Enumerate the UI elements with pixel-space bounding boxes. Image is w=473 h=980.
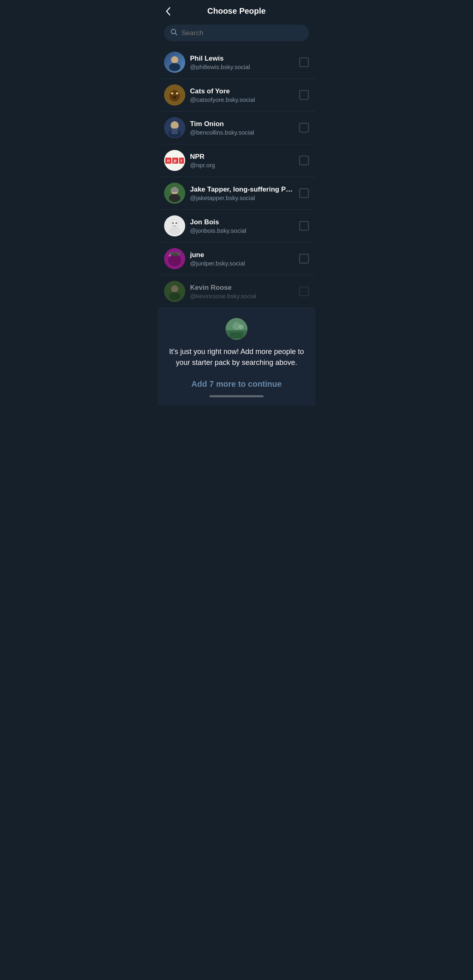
svg-line-1 [175,33,177,35]
person-info: Cats of Yore @catsofyore.bsky.social [190,87,294,103]
list-item[interactable]: Jake Tapper, long-suffering Phill... @ja… [158,177,315,210]
avatar [164,281,185,302]
bottom-panel: It's just you right now! Add more people… [158,308,315,405]
svg-point-28 [169,254,171,257]
svg-point-18 [171,188,179,192]
avatar [164,117,185,138]
svg-rect-14 [171,129,178,134]
page-title: Choose People [207,6,266,16]
svg-point-22 [172,222,174,224]
svg-point-12 [171,121,179,129]
header: Choose People [158,0,315,21]
current-user-avatar [226,318,247,340]
svg-point-10 [173,96,177,99]
person-handle: @bencollins.bsky.social [190,129,294,136]
person-info: Jake Tapper, long-suffering Phill... @ja… [190,185,294,201]
select-checkbox[interactable] [299,188,309,198]
avatar [164,248,185,269]
select-checkbox[interactable] [299,123,309,133]
avatar [164,52,185,73]
svg-point-9 [176,93,178,95]
list-item[interactable]: Tim Onion @bencollins.bsky.social [158,112,315,144]
svg-point-23 [175,222,177,224]
svg-point-21 [169,227,180,235]
select-checkbox[interactable] [299,287,309,296]
select-checkbox[interactable] [299,254,309,263]
home-indicator [209,395,264,397]
person-handle: @npr.org [190,162,294,169]
avatar: n p r [164,150,185,171]
person-name: NPR [190,153,294,161]
search-input[interactable] [182,29,302,37]
list-item[interactable]: Phil Lewis @phillewis.bsky.social [158,46,315,79]
back-button[interactable] [166,7,171,16]
list-item[interactable]: Kevin Roose @kevinroose.bsky.social [158,275,315,308]
select-checkbox[interactable] [299,57,309,67]
avatar [164,84,185,105]
search-icon [171,29,177,37]
person-info: Jon Bois @jonbois.bsky.social [190,218,294,234]
person-handle: @phillewis.bsky.social [190,63,294,70]
search-container [158,21,315,46]
list-item[interactable]: Cats of Yore @catsofyore.bsky.social [158,79,315,112]
person-name: Jake Tapper, long-suffering Phill... [190,185,294,194]
person-handle: @catsofyore.bsky.social [190,96,294,103]
list-item[interactable]: n p r NPR @npr.org [158,144,315,177]
svg-point-7 [169,90,180,101]
svg-point-4 [171,56,178,63]
svg-point-31 [169,292,180,300]
person-name: Tim Onion [190,120,294,128]
select-checkbox[interactable] [299,90,309,100]
avatar [164,215,185,236]
person-name: june [190,251,294,259]
person-info: Tim Onion @bencollins.bsky.social [190,120,294,136]
person-handle: @jaketapper.bsky.social [190,194,294,201]
person-info: june @junlper.bsky.social [190,251,294,267]
person-handle: @jonbois.bsky.social [190,227,294,234]
svg-point-27 [171,253,178,256]
avatar [164,183,185,204]
person-name: Phil Lewis [190,55,294,63]
person-name: Jon Bois [190,218,294,226]
svg-point-8 [171,93,173,95]
person-handle: @kevinroose.bsky.social [190,293,294,299]
person-name: Cats of Yore [190,87,294,95]
select-checkbox[interactable] [299,156,309,165]
add-more-label: Add 7 more to continue [191,379,281,388]
person-info: Kevin Roose @kevinroose.bsky.social [190,284,294,299]
person-name: Kevin Roose [190,284,294,292]
list-item[interactable]: Jon Bois @jonbois.bsky.social [158,210,315,242]
select-checkbox[interactable] [299,221,309,231]
people-list: Phil Lewis @phillewis.bsky.social Cats o… [158,46,315,308]
svg-point-5 [169,63,180,71]
bottom-message: It's just you right now! Add more people… [167,346,306,368]
person-info: Phil Lewis @phillewis.bsky.social [190,55,294,70]
search-bar [164,25,309,41]
svg-point-30 [171,285,178,293]
person-info: NPR @npr.org [190,153,294,169]
svg-point-17 [169,194,180,202]
person-handle: @junlper.bsky.social [190,260,294,267]
svg-rect-35 [230,332,243,338]
list-item[interactable]: june @junlper.bsky.social [158,242,315,275]
svg-point-36 [239,325,243,329]
